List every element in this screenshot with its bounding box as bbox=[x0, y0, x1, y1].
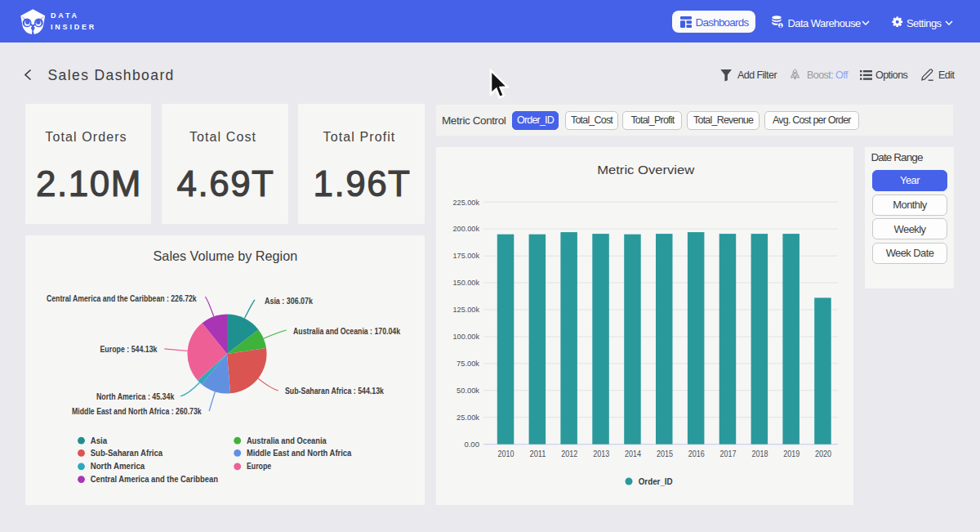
svg-text:2016: 2016 bbox=[688, 449, 705, 458]
svg-text:Asia : 306.07k: Asia : 306.07k bbox=[265, 297, 313, 306]
svg-text:2019: 2019 bbox=[783, 449, 800, 458]
svg-text:2015: 2015 bbox=[657, 449, 673, 458]
svg-text:75.00k: 75.00k bbox=[457, 360, 479, 368]
svg-text:Order_ID: Order_ID bbox=[639, 476, 673, 486]
svg-text:0.00: 0.00 bbox=[464, 440, 479, 449]
svg-text:Sales Volume by Region: Sales Volume by Region bbox=[154, 248, 298, 263]
svg-text:200.00k: 200.00k bbox=[453, 225, 480, 233]
svg-text:Europe : 544.13k: Europe : 544.13k bbox=[100, 345, 158, 354]
svg-text:2013: 2013 bbox=[593, 449, 609, 458]
svg-text:Sub-Saharan Africa : 544.13k: Sub-Saharan Africa : 544.13k bbox=[285, 387, 384, 396]
svg-text:2011: 2011 bbox=[530, 449, 546, 458]
svg-text:Australia and Oceania : 170.04: Australia and Oceania : 170.04k bbox=[293, 327, 400, 336]
svg-text:2010: 2010 bbox=[498, 449, 514, 458]
svg-text:125.00k: 125.00k bbox=[453, 306, 480, 314]
svg-text:2020: 2020 bbox=[815, 449, 831, 458]
svg-text:Australia and Oceania: Australia and Oceania bbox=[247, 436, 327, 445]
svg-text:North America: North America bbox=[91, 462, 145, 471]
svg-text:175.00k: 175.00k bbox=[453, 252, 480, 260]
svg-text:Europe: Europe bbox=[247, 462, 272, 471]
svg-text:150.00k: 150.00k bbox=[453, 279, 480, 287]
svg-text:2012: 2012 bbox=[561, 449, 577, 458]
svg-text:Metric Overview: Metric Overview bbox=[597, 163, 695, 177]
svg-text:2014: 2014 bbox=[625, 449, 641, 458]
svg-text:Central America and the Caribb: Central America and the Caribbean : 226.… bbox=[47, 294, 197, 303]
svg-text:50.00k: 50.00k bbox=[457, 387, 479, 395]
svg-text:Middle East and North Africa :: Middle East and North Africa : 260.73k bbox=[72, 407, 202, 416]
svg-text:Middle East and North Africa: Middle East and North Africa bbox=[247, 449, 352, 458]
svg-text:Central America and the Caribb: Central America and the Caribbean bbox=[91, 475, 218, 484]
svg-text:North America : 45.34k: North America : 45.34k bbox=[96, 392, 175, 401]
svg-text:Sub-Saharan Africa: Sub-Saharan Africa bbox=[91, 449, 163, 458]
svg-text:2018: 2018 bbox=[751, 449, 768, 458]
svg-text:2017: 2017 bbox=[720, 449, 737, 458]
svg-text:100.00k: 100.00k bbox=[453, 333, 480, 341]
svg-text:Asia: Asia bbox=[91, 436, 108, 445]
svg-text:225.00k: 225.00k bbox=[453, 199, 480, 207]
svg-text:25.00k: 25.00k bbox=[457, 414, 479, 422]
